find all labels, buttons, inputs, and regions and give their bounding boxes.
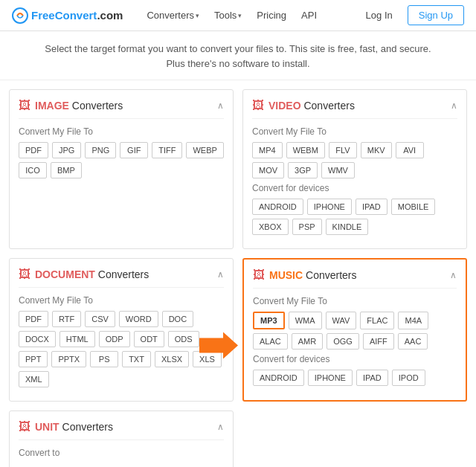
login-button[interactable]: Log In	[357, 6, 402, 25]
document-card-header: 🖼 DOCUMENT Converters ∧	[19, 268, 224, 288]
image-card-header: 🖼 IMAGE Converters ∧	[19, 99, 224, 119]
music-converter-card: 🖼 MUSIC Converters ∧ Convert My File To …	[242, 258, 467, 402]
device-btn-mobile[interactable]: MOBILE	[391, 199, 436, 215]
document-format-grid: PDF RTF CSV WORD DOC DOCX HTML ODP ODT O…	[19, 311, 224, 387]
navbar: FreeConvert.com Converters▾ Tools▾ Prici…	[0, 0, 476, 31]
format-btn-jpg[interactable]: JPG	[52, 142, 81, 158]
document-collapse-icon[interactable]: ∧	[217, 269, 224, 280]
nav-tools[interactable]: Tools▾	[208, 7, 248, 24]
video-collapse-icon[interactable]: ∧	[451, 100, 457, 111]
chevron-down-icon: ▾	[196, 12, 199, 19]
doc-btn-rtf[interactable]: RTF	[52, 311, 81, 327]
format-btn-ico[interactable]: ICO	[19, 162, 47, 178]
nav-converters[interactable]: Converters▾	[141, 7, 205, 24]
music-card-title: MUSIC Converters	[269, 269, 356, 281]
signup-button[interactable]: Sign Up	[408, 5, 464, 25]
format-btn-mov[interactable]: MOV	[252, 162, 284, 178]
doc-btn-pdf[interactable]: PDF	[19, 311, 48, 327]
image-section-label: Convert My File To	[19, 126, 224, 137]
music-btn-amr[interactable]: AMR	[292, 333, 323, 350]
music-btn-ogg[interactable]: OGG	[327, 333, 359, 350]
logo-icon	[12, 7, 28, 24]
format-btn-bmp[interactable]: BMP	[51, 162, 82, 178]
music-btn-aiff[interactable]: AIFF	[363, 333, 394, 350]
device-btn-ipad[interactable]: IPAD	[356, 199, 387, 215]
nav-links: Converters▾ Tools▾ Pricing API	[141, 7, 356, 24]
doc-btn-odt[interactable]: ODT	[134, 331, 164, 347]
video-card-header: 🖼 VIDEO Converters ∧	[252, 99, 457, 119]
document-section-label: Convert My File To	[19, 295, 224, 306]
doc-btn-txt[interactable]: TXT	[122, 351, 151, 367]
device-btn-iphone[interactable]: IPHONE	[307, 199, 352, 215]
video-converter-card: 🖼 VIDEO Converters ∧ Convert My File To …	[242, 89, 467, 249]
image-collapse-icon[interactable]: ∧	[217, 100, 224, 111]
music-btn-m4a[interactable]: M4A	[398, 312, 428, 329]
video-device-grid: ANDROID IPHONE IPAD MOBILE XBOX PSP KIND…	[252, 199, 457, 235]
unit-card-header: 🖼 UNIT Converters ∧	[19, 420, 224, 440]
music-btn-wma[interactable]: WMA	[289, 312, 322, 329]
format-btn-png[interactable]: PNG	[85, 142, 116, 158]
orange-arrow	[199, 332, 238, 361]
format-btn-avi[interactable]: AVI	[396, 142, 424, 158]
format-btn-mp4[interactable]: MP4	[252, 142, 283, 158]
format-btn-pdf[interactable]: PDF	[19, 142, 48, 158]
device-btn-xbox[interactable]: XBOX	[252, 219, 289, 235]
doc-btn-ods[interactable]: ODS	[168, 331, 199, 347]
unit-card-icon: 🖼	[19, 420, 30, 434]
svg-point-0	[13, 8, 28, 23]
music-btn-alac[interactable]: ALAC	[253, 333, 288, 350]
doc-btn-doc[interactable]: DOC	[162, 311, 193, 327]
doc-btn-word[interactable]: WORD	[119, 311, 158, 327]
svg-marker-1	[199, 332, 238, 359]
doc-btn-docx[interactable]: DOCX	[19, 331, 56, 347]
nav-right: Log In Sign Up	[357, 5, 464, 25]
device-btn-kindle[interactable]: KINDLE	[326, 219, 369, 235]
music-device-iphone[interactable]: IPHONE	[308, 370, 353, 386]
music-format-grid: MP3 WMA WAV FLAC M4A ALAC AMR OGG AIFF A…	[253, 312, 457, 350]
doc-btn-csv[interactable]: CSV	[85, 311, 115, 327]
nav-pricing[interactable]: Pricing	[251, 7, 292, 24]
music-section-label: Convert My File To	[253, 296, 457, 306]
format-btn-3gp[interactable]: 3GP	[288, 162, 318, 178]
unit-converter-card: 🖼 UNIT Converters ∧ Convert to	[9, 410, 234, 467]
format-btn-mkv[interactable]: MKV	[361, 142, 392, 158]
music-btn-wav[interactable]: WAV	[326, 312, 357, 329]
music-device-ipod[interactable]: IPOD	[392, 370, 425, 386]
doc-btn-html[interactable]: HTML	[60, 331, 95, 347]
doc-btn-pptx[interactable]: PPTX	[51, 351, 86, 367]
music-btn-aac[interactable]: AAC	[398, 333, 428, 350]
video-format-grid: MP4 WEBM FLV MKV AVI MOV 3GP WMV	[252, 142, 457, 178]
doc-btn-xml[interactable]: XML	[19, 371, 49, 387]
music-device-ipad[interactable]: IPAD	[356, 370, 388, 386]
music-device-android[interactable]: ANDROID	[253, 370, 304, 386]
doc-btn-ppt[interactable]: PPT	[19, 351, 48, 367]
format-btn-wmv[interactable]: WMV	[321, 162, 355, 178]
doc-btn-xlsx[interactable]: XLSX	[155, 351, 189, 367]
music-collapse-icon[interactable]: ∧	[450, 270, 457, 280]
document-card-icon: 🖼	[19, 268, 30, 281]
doc-btn-odp[interactable]: ODP	[99, 331, 130, 347]
format-btn-flv[interactable]: FLV	[329, 142, 357, 158]
format-btn-webm[interactable]: WEBM	[286, 142, 325, 158]
format-btn-gif[interactable]: GIF	[120, 142, 148, 158]
device-btn-android[interactable]: ANDROID	[252, 199, 303, 215]
doc-btn-ps[interactable]: PS	[90, 351, 118, 367]
document-card-title: DOCUMENT Converters	[35, 268, 149, 280]
nav-api[interactable]: API	[295, 7, 323, 24]
image-card-title: IMAGE Converters	[35, 100, 123, 112]
music-btn-flac[interactable]: FLAC	[360, 312, 394, 329]
chevron-down-icon: ▾	[238, 12, 242, 19]
music-btn-mp3[interactable]: MP3	[253, 312, 285, 329]
image-card-icon: 🖼	[19, 99, 30, 112]
document-converter-card: 🖼 DOCUMENT Converters ∧ Convert My File …	[9, 258, 234, 402]
logo[interactable]: FreeConvert.com	[12, 7, 123, 24]
unit-collapse-icon[interactable]: ∧	[217, 422, 224, 432]
video-card-title: VIDEO Converters	[268, 100, 355, 112]
video-card-icon: 🖼	[252, 99, 264, 112]
music-card-icon: 🖼	[253, 268, 265, 282]
video-device-label: Convert for devices	[252, 183, 457, 193]
format-btn-webp[interactable]: WEBP	[186, 142, 223, 158]
logo-text: FreeConvert.com	[31, 9, 123, 22]
format-btn-tiff[interactable]: TIFF	[152, 142, 182, 158]
device-btn-psp[interactable]: PSP	[292, 219, 322, 235]
